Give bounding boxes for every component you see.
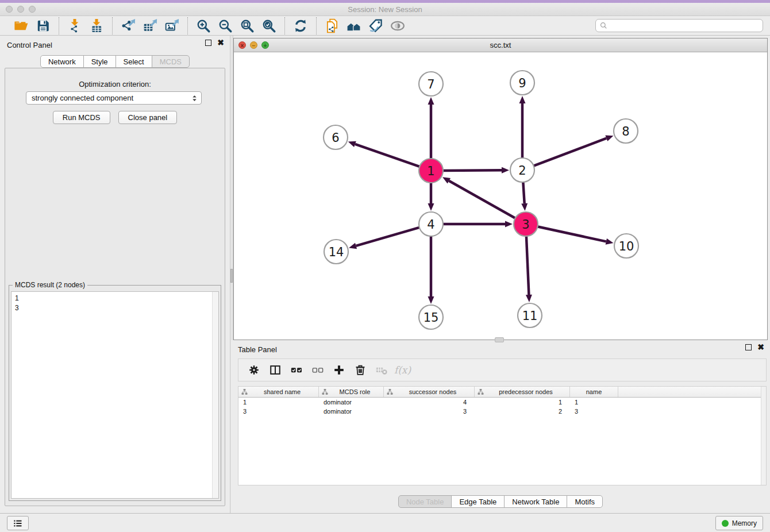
console-button[interactable] <box>7 516 29 530</box>
deselect-all-icon[interactable] <box>307 361 328 379</box>
graph-edge-2-8[interactable] <box>533 138 607 167</box>
apply-layout-icon[interactable] <box>290 17 311 34</box>
table-panel-title: Table Panel <box>238 345 277 354</box>
mcds-result-group: MCDS result (2 nodes) 13 <box>9 285 221 501</box>
import-network-icon[interactable] <box>64 17 86 34</box>
close-panel-icon[interactable]: ✖ <box>217 40 224 46</box>
network-close-button[interactable] <box>238 41 246 49</box>
graph-edge-1-2[interactable] <box>442 170 502 171</box>
toolbar-button-groups <box>6 16 413 35</box>
mcds-tab-content: Optimization criterion: strongly connect… <box>5 68 225 506</box>
eye-icon[interactable] <box>387 17 409 34</box>
control-panel-title: Control Panel <box>7 41 52 49</box>
graph-node-label-15: 15 <box>424 311 439 325</box>
network-maximize-button[interactable] <box>261 41 269 49</box>
control-panel: Control Panel ✖ NetworkStyleSelectMCDS O… <box>0 36 230 513</box>
toolbar-group <box>316 17 413 34</box>
select-all-icon[interactable] <box>286 361 307 379</box>
float-panel-icon[interactable] <box>205 40 211 46</box>
delete-icon[interactable] <box>349 361 371 379</box>
mcds-result-textarea[interactable]: 13 <box>11 291 219 499</box>
table-row[interactable]: 1dominator411 <box>238 398 766 407</box>
zoom-out-icon[interactable] <box>214 17 236 34</box>
table-scrollbar[interactable] <box>761 387 766 485</box>
horizontal-split-grip[interactable] <box>495 337 504 342</box>
graph-edge-arrow-2-3 <box>521 203 528 211</box>
network-minimize-button[interactable] <box>250 41 257 49</box>
network-window-titlebar: scc.txt <box>234 38 767 52</box>
tree-icon <box>477 388 484 396</box>
table-cell: dominator <box>319 408 384 415</box>
mcds-result-scrollbar[interactable] <box>212 292 218 498</box>
tree-icon <box>321 388 329 396</box>
tab-node-table[interactable]: Node Table <box>398 495 452 508</box>
optimization-criterion-select[interactable]: strongly connected component <box>26 91 202 105</box>
network-canvas[interactable]: 7968124314101511 <box>234 52 767 340</box>
search-input[interactable] <box>608 22 759 30</box>
settings-icon[interactable] <box>243 361 264 379</box>
graph-node-label-2: 2 <box>518 164 526 178</box>
column-header-predecessor-nodes[interactable]: predecessor nodes <box>475 387 570 397</box>
add-icon[interactable] <box>328 361 349 379</box>
column-header-name[interactable]: name <box>570 387 618 397</box>
zoom-selected-icon[interactable] <box>258 17 280 34</box>
table-row[interactable]: 3dominator323 <box>238 407 766 416</box>
optimization-criterion-label: Optimization criterion: <box>5 80 225 88</box>
save-session-icon[interactable] <box>32 17 54 34</box>
column-header-shared-name[interactable]: shared name <box>238 387 319 397</box>
column-header-successor-nodes[interactable]: successor nodes <box>384 387 475 397</box>
export-image-icon[interactable] <box>161 17 183 34</box>
graph-edge-arrow-3-10 <box>606 238 614 245</box>
table-panel-header: Table Panel ✖ <box>231 340 770 357</box>
graph-edge-1-6[interactable] <box>355 144 421 167</box>
tab-select[interactable]: Select <box>116 55 152 68</box>
houses-icon[interactable] <box>343 17 365 34</box>
zoom-fit-icon[interactable] <box>236 17 258 34</box>
window-title: Session: New Session <box>0 3 770 16</box>
tab-style[interactable]: Style <box>83 55 116 68</box>
graph-edge-2-3[interactable] <box>523 181 524 203</box>
column-label: successor nodes <box>394 388 474 395</box>
tag-icon[interactable] <box>365 17 387 34</box>
table-cell: 1 <box>238 399 319 406</box>
graph-edge-4-14[interactable] <box>356 227 421 246</box>
table-cell: dominator <box>319 399 384 406</box>
graph-edge-3-11[interactable] <box>526 235 529 295</box>
graph-node-label-9: 9 <box>518 76 526 90</box>
node-table: shared nameMCDS rolesuccessor nodesprede… <box>238 386 767 485</box>
tab-network[interactable]: Network <box>40 55 84 68</box>
maximize-window-button[interactable] <box>29 6 36 13</box>
open-file-icon[interactable] <box>10 17 32 34</box>
zoom-in-icon[interactable] <box>192 17 214 34</box>
tab-network-table[interactable]: Network Table <box>504 495 567 508</box>
tab-edge-table[interactable]: Edge Table <box>451 495 505 508</box>
import-table-icon[interactable] <box>86 17 107 34</box>
column-header-mcds-role[interactable]: MCDS role <box>319 387 384 397</box>
network-from-selection-icon[interactable] <box>321 17 343 34</box>
graph-edge-3-1[interactable] <box>449 181 516 219</box>
table-cell: 3 <box>570 408 618 415</box>
mcds-result-line: 1 <box>15 294 19 303</box>
close-table-panel-icon[interactable]: ✖ <box>757 344 764 350</box>
application-window: Session: New Session Control Panel ✖ Net… <box>0 0 770 532</box>
float-table-panel-icon[interactable] <box>745 344 752 350</box>
table-cell: 3 <box>384 408 475 415</box>
graph-edge-arrow-3-11 <box>526 295 532 302</box>
vertical-split-grip[interactable] <box>230 269 233 283</box>
toolbar-group <box>284 17 316 34</box>
graph-edge-3-10[interactable] <box>537 226 606 241</box>
graph-edge-arrow-4-14 <box>349 243 357 249</box>
minimize-window-button[interactable] <box>17 6 24 13</box>
tab-mcds[interactable]: MCDS <box>152 55 190 68</box>
tab-motifs[interactable]: Motifs <box>567 495 603 508</box>
memory-button[interactable]: Memory <box>715 516 763 530</box>
network-graph: 7968124314101511 <box>234 52 767 340</box>
export-network-icon[interactable] <box>117 17 139 34</box>
run-mcds-button[interactable]: Run MCDS <box>53 111 110 124</box>
table-cell: 3 <box>238 408 319 415</box>
close-panel-button[interactable]: Close panel <box>118 111 178 124</box>
export-table-icon[interactable] <box>139 17 161 34</box>
split-view-icon[interactable] <box>264 361 286 379</box>
close-window-button[interactable] <box>6 6 13 13</box>
tree-icon <box>241 388 248 396</box>
